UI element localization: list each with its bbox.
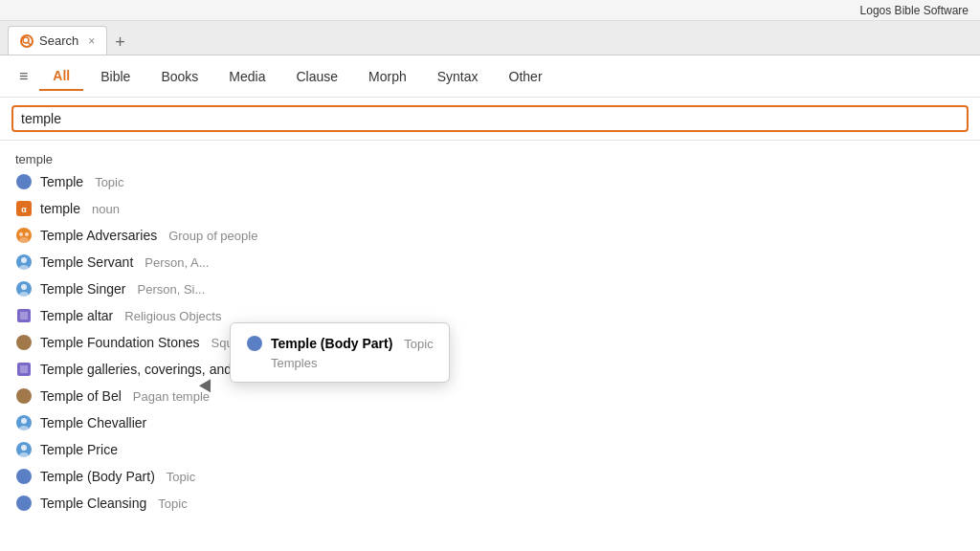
list-item[interactable]: Temple altar Religious Objects (0, 302, 980, 329)
nav-all[interactable]: All (39, 62, 83, 91)
person-icon (15, 414, 33, 431)
svg-point-0 (23, 37, 29, 43)
list-item[interactable]: Temple Servant Person, A... (0, 249, 980, 276)
list-item[interactable]: Temple Singer Person, Si... (0, 276, 980, 302)
svg-point-5 (19, 232, 23, 236)
search-input[interactable] (21, 111, 959, 126)
nav-media[interactable]: Media (215, 63, 278, 90)
list-item[interactable]: Temple Topic (0, 168, 980, 195)
svg-rect-18 (20, 365, 28, 373)
list-item[interactable]: Temple of Bel Pagan temple (0, 383, 980, 409)
tooltip-popup: Temple (Body Part) Topic Temples (230, 322, 450, 383)
item-name: Temple Foundation Stones (40, 335, 200, 350)
item-type: Group of people (168, 229, 257, 243)
list-item[interactable]: Temple Price (0, 436, 980, 463)
item-type: Person, A... (145, 255, 209, 270)
nav-books[interactable]: Books (147, 63, 212, 90)
item-type: Person, Si... (138, 282, 206, 297)
search-tab-label: Search (39, 33, 78, 48)
main-content: temple Temple Topic α temple noun Temple… (0, 141, 980, 551)
nav-other[interactable]: Other (496, 63, 556, 90)
topic-icon (15, 495, 33, 512)
nav-bar: ≡ All Bible Books Media Clause Morph Syn… (0, 55, 980, 98)
item-name: temple (40, 201, 80, 216)
tooltip-title: Temple (Body Part) Topic (246, 335, 434, 352)
search-input-wrapper (11, 105, 969, 132)
group-icon (15, 227, 33, 244)
tooltip-icon (246, 335, 263, 352)
item-name: Temple altar (40, 308, 113, 323)
item-name: Temple Chevallier (40, 415, 146, 430)
svg-point-21 (21, 418, 27, 424)
list-item[interactable]: Temple galleries, coverings, and overhan… (0, 356, 980, 383)
tooltip-name: Temple (Body Part) (271, 336, 392, 351)
box-icon (15, 307, 33, 324)
close-tab-button[interactable]: × (88, 34, 95, 48)
item-name: Temple (40, 174, 83, 189)
person-icon (15, 253, 33, 271)
item-type: Topic (158, 496, 187, 511)
svg-rect-15 (20, 312, 28, 320)
item-name: Temple Price (40, 442, 118, 457)
svg-point-24 (21, 445, 27, 451)
item-type: Pagan temple (133, 389, 210, 404)
svg-point-12 (21, 284, 27, 290)
item-type: Topic (167, 470, 195, 484)
brown-icon (15, 334, 33, 351)
section-label: temple (0, 148, 980, 168)
title-bar: Logos Bible Software (0, 0, 980, 21)
item-name: Temple Servant (40, 254, 133, 270)
item-name: Temple Cleansing (40, 496, 146, 511)
svg-line-1 (29, 42, 32, 45)
svg-point-7 (19, 237, 29, 243)
search-container (0, 98, 980, 141)
nav-morph[interactable]: Morph (355, 63, 420, 90)
item-name: Temple (Body Part) (40, 469, 155, 484)
list-item[interactable]: Temple (Body Part) Topic (0, 463, 980, 490)
brown-icon (15, 387, 33, 405)
topic-icon (15, 173, 33, 190)
nav-syntax[interactable]: Syntax (424, 63, 492, 90)
item-type: noun (92, 202, 120, 216)
svg-text:α: α (21, 205, 27, 214)
box-icon (15, 361, 33, 378)
add-tab-button[interactable]: + (107, 33, 133, 53)
tooltip-subtitle: Temples (246, 356, 434, 370)
hamburger-icon[interactable]: ≡ (11, 64, 35, 89)
item-name: Temple of Bel (40, 388, 122, 404)
suggestions-list: temple Temple Topic α temple noun Temple… (0, 141, 980, 524)
nav-clause[interactable]: Clause (282, 63, 351, 90)
list-item[interactable]: α temple noun (0, 195, 980, 222)
list-item[interactable]: Temple Adversaries Group of people (0, 222, 980, 249)
list-item[interactable]: Temple Cleansing Topic (0, 490, 980, 517)
nav-bible[interactable]: Bible (87, 63, 144, 90)
app-title: Logos Bible Software (860, 4, 969, 17)
svg-point-6 (25, 232, 29, 236)
search-tab[interactable]: Search × (8, 26, 107, 55)
svg-point-9 (21, 257, 27, 263)
topic-icon (15, 468, 33, 485)
item-type: Topic (95, 175, 123, 189)
person-icon (15, 441, 33, 458)
svg-point-19 (16, 388, 32, 404)
item-name: Temple Adversaries (40, 228, 157, 243)
person-icon (15, 280, 33, 298)
noun-icon: α (15, 200, 33, 217)
item-type: Religious Objects (124, 309, 221, 323)
svg-point-16 (16, 335, 32, 350)
search-tab-icon (20, 34, 33, 48)
tab-bar: Search × + (0, 21, 980, 55)
tooltip-type: Topic (404, 337, 433, 351)
list-item[interactable]: Temple Foundation Stones Squared stones … (0, 329, 980, 356)
item-name: Temple Singer (40, 281, 126, 297)
list-item[interactable]: Temple Chevallier (0, 409, 980, 436)
